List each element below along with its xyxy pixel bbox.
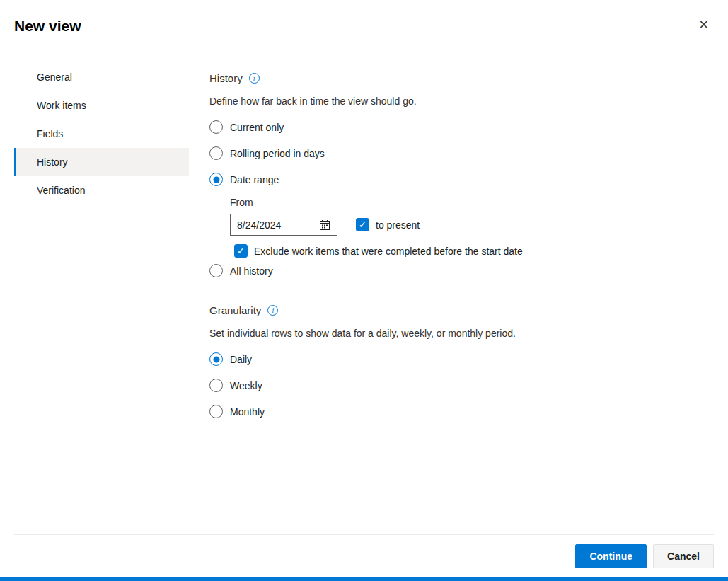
radio-date-range[interactable]: Date range [209,166,728,192]
radio-button-icon[interactable] [209,405,223,418]
exclude-completed-checkbox-row[interactable]: ✓ Exclude work items that were completed… [234,244,728,258]
dialog-body: General Work items Fields History Verifi… [0,50,728,425]
history-options: Current only Rolling period in days Date… [209,114,728,284]
radio-button-icon[interactable] [209,352,223,366]
checkbox-checked-icon[interactable]: ✓ [234,244,248,258]
granularity-section-title: Granularity [209,304,261,316]
radio-label[interactable]: Current only [230,122,284,133]
radio-all-history[interactable]: All history [209,258,728,284]
date-field[interactable] [230,214,337,236]
history-section-description: Define how far back in time the view sho… [209,96,728,107]
radio-button-icon[interactable] [209,379,223,392]
sidebar-item-label: Verification [37,185,85,196]
sidebar-item-history[interactable]: History [14,148,189,176]
close-icon[interactable]: × [693,14,714,35]
sidebar-item-work-items[interactable]: Work items [14,91,189,120]
radio-label[interactable]: Date range [230,174,279,185]
history-section-header: History i [209,72,728,84]
granularity-section: Granularity i Set individual rows to sho… [209,304,728,425]
sidebar: General Work items Fields History Verifi… [14,63,189,425]
radio-monthly[interactable]: Monthly [209,398,728,425]
sidebar-item-general[interactable]: General [14,63,189,91]
radio-rolling-period[interactable]: Rolling period in days [209,140,728,166]
sidebar-item-label: Fields [37,128,63,139]
checkbox-checked-icon[interactable]: ✓ [356,218,369,231]
info-icon[interactable]: i [267,305,278,316]
sidebar-item-label: Work items [37,100,86,111]
granularity-section-header: Granularity i [209,304,728,316]
continue-button[interactable]: Continue [575,544,647,568]
sidebar-item-fields[interactable]: Fields [14,120,189,148]
main-content: History i Define how far back in time th… [189,63,728,425]
radio-current-only[interactable]: Current only [209,114,728,140]
radio-label[interactable]: Weekly [230,380,262,391]
granularity-options: Daily Weekly Monthly [209,346,728,425]
checkbox-label[interactable]: to present [376,219,420,231]
info-icon[interactable]: i [249,73,260,84]
radio-label[interactable]: All history [230,265,273,277]
granularity-section-description: Set individual rows to show data for a d… [209,328,728,339]
sidebar-item-label: History [37,156,68,168]
radio-button-icon[interactable] [209,264,223,277]
page-bottom-edge [0,577,728,581]
radio-button-icon[interactable] [209,173,223,186]
cancel-button[interactable]: Cancel [653,544,714,568]
radio-daily[interactable]: Daily [209,346,728,372]
sidebar-item-verification[interactable]: Verification [14,176,189,205]
calendar-icon[interactable] [319,219,330,231]
radio-button-icon[interactable] [209,146,223,160]
dialog-footer: Continue Cancel [14,534,714,577]
history-section-title: History [209,72,243,84]
radio-button-icon[interactable] [209,120,223,134]
from-label: From [230,197,728,208]
radio-label[interactable]: Rolling period in days [230,148,325,159]
to-present-checkbox-row[interactable]: ✓ to present [356,218,420,231]
radio-weekly[interactable]: Weekly [209,372,728,398]
date-row: ✓ to present [230,214,728,236]
radio-label[interactable]: Daily [230,354,252,365]
radio-label[interactable]: Monthly [230,406,265,418]
checkbox-label[interactable]: Exclude work items that were completed b… [254,246,523,257]
date-range-block: From [230,197,728,258]
sidebar-item-label: General [37,71,72,83]
date-input[interactable] [237,219,315,231]
page-title: New view [14,15,81,35]
dialog-header: New view × [14,0,714,50]
